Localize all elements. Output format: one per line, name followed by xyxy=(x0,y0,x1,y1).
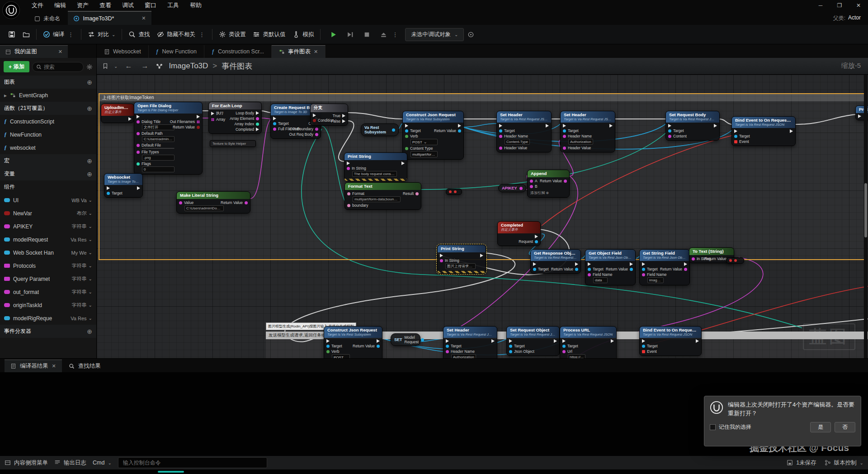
sidebar-row-apikey[interactable]: APIKEY字符串⌄ xyxy=(0,220,96,233)
pin-field[interactable]: Authorization xyxy=(451,354,476,358)
node-set-request-object[interactable]: Set Request ObjectTarget is Va Rest Requ… xyxy=(506,326,560,356)
parent-class-value[interactable]: Actor xyxy=(848,14,861,22)
expander-icon[interactable]: ▸ xyxy=(4,92,7,99)
sidebar-row-事件分发器[interactable]: 事件分发器⊕ xyxy=(0,325,96,338)
sidebar-row-newvar[interactable]: NewVar布尔⌄ xyxy=(0,207,96,220)
nav-back-icon[interactable]: ← xyxy=(123,62,134,70)
pin-in-string[interactable]: In String图片上传请求已完成 xyxy=(440,258,476,269)
pin-exec[interactable] xyxy=(734,129,750,133)
node-set-header-1[interactable]: Set HeaderTarget is Va Rest Request JSON… xyxy=(496,111,552,152)
graph-tab-new-function[interactable]: ƒNew Function xyxy=(149,45,204,58)
node-set-model-request[interactable]: SETModel Request xyxy=(391,333,420,346)
sidebar-row-宏[interactable]: 宏⊕ xyxy=(0,154,96,167)
pin-field[interactable]: POST ⌄ xyxy=(332,354,350,358)
node-websocket-call[interactable]: WebsocketTarget is Image To 3DTarget xyxy=(104,173,143,198)
minimize-button[interactable]: ─ xyxy=(811,0,830,11)
sidebar-row-ui[interactable]: UIWB Va⌄ xyxy=(0,194,96,207)
sidebar-row-eventgraph[interactable]: ▸EventGraph xyxy=(0,89,96,102)
unsaved-indicator[interactable]: 1未保存 xyxy=(787,459,816,467)
maximize-button[interactable]: ❐ xyxy=(830,0,849,11)
graph-tab-construction-scr-[interactable]: ƒConstruction Scr... xyxy=(204,45,272,58)
pin-exec[interactable] xyxy=(478,254,483,257)
pin-array-element[interactable]: Array Element xyxy=(230,116,259,121)
pin-result[interactable]: Result xyxy=(403,191,419,196)
node-varest-subsystem[interactable]: Va Rest Subsystem xyxy=(361,123,399,136)
pin-exec[interactable] xyxy=(642,262,664,266)
no-button[interactable]: 否 xyxy=(835,422,855,432)
pin-format[interactable]: Formatmultipart/form-data;boundary={boun… xyxy=(347,191,401,202)
node-print-string-2[interactable]: Print StringIn String图片上传请求已完成 xyxy=(437,245,486,274)
pin-request[interactable]: Request xyxy=(519,239,538,244)
add-button[interactable]: + 添加 xyxy=(4,61,29,72)
pin-verb[interactable]: VerbPOST ⌄ xyxy=(405,134,438,145)
pin-exec[interactable] xyxy=(563,124,593,128)
pin-exec[interactable] xyxy=(552,339,557,343)
cmd-selector[interactable]: Cmd ⌄ xyxy=(93,460,112,466)
pin-field[interactable] xyxy=(142,148,175,149)
sidebar-row-origintaskid[interactable]: originTaskId字符串⌄ xyxy=(0,299,96,312)
pin-json-object[interactable]: Json Object xyxy=(509,349,534,354)
pin-out-boundary[interactable]: Out Boundary xyxy=(290,127,318,131)
yes-button[interactable]: 是 xyxy=(810,422,831,432)
menu-item-4[interactable]: 调试 xyxy=(117,0,139,11)
pin-target[interactable]: Target xyxy=(446,344,476,348)
pin-field[interactable]: 图片上传请求已完成 xyxy=(445,263,476,269)
pin-b[interactable]: B xyxy=(530,184,537,189)
pin-return-value[interactable]: Return Value xyxy=(173,125,200,129)
pin-exec[interactable] xyxy=(562,339,585,343)
pin-exec[interactable] xyxy=(509,339,534,343)
toolbar-defaults-button[interactable]: 类默认值 xyxy=(249,28,289,41)
pin-return-value[interactable]: Return Value xyxy=(660,267,687,271)
scrollbar-thumb[interactable] xyxy=(864,183,867,237)
pin-boundary[interactable]: boundary xyxy=(347,203,401,208)
frameskip-button[interactable] xyxy=(343,28,358,41)
pin-header-value[interactable]: Header Value xyxy=(563,146,593,150)
add-pin-button[interactable]: 添加引脚 ⊕ xyxy=(528,190,569,197)
pin-return-value[interactable]: Return Value xyxy=(606,267,633,271)
pin-array[interactable]: Array xyxy=(211,117,225,122)
pin-event[interactable]: Event xyxy=(734,139,750,144)
tab-close-icon[interactable]: ✕ xyxy=(314,49,318,55)
bottom-tab-查找结果[interactable]: 查找结果 xyxy=(63,360,107,372)
pin-field-name[interactable]: Field Nameimage_token xyxy=(642,272,664,283)
node-construct-json-request[interactable]: Construct Json RequestTarget Is Va Rest … xyxy=(402,111,464,160)
pin-exec[interactable] xyxy=(533,262,548,266)
toolbar-simulate-button[interactable]: 模拟 xyxy=(289,28,317,41)
node-bind-event-1[interactable]: Bind Event to On Request CompleteTarget … xyxy=(731,116,796,146)
node-get-response-object[interactable]: Get Response ObjectTarget is Va Rest Req… xyxy=(530,249,581,274)
pin-target[interactable]: Target xyxy=(326,344,350,348)
pin-exec[interactable] xyxy=(490,339,495,343)
pin-default-path[interactable]: Default PathC:\Users\admin\Downloads xyxy=(137,131,175,142)
node-print-string-1[interactable]: Print StringIn StringThe body request co… xyxy=(344,152,407,181)
pin-value[interactable]: ValueC:\Users\admin\Downloads\cat.jpg xyxy=(179,200,224,211)
node-format-text[interactable]: Format TextFormatmultipart/form-data;bou… xyxy=(344,182,421,210)
pin-flags[interactable]: Flags0 xyxy=(137,161,175,172)
pin-target[interactable]: Target xyxy=(273,121,293,126)
tab-close-icon[interactable]: ✕ xyxy=(142,15,146,21)
pin-exec[interactable] xyxy=(608,124,613,128)
add-section-icon[interactable]: ⊕ xyxy=(87,171,92,178)
sidebar-row-组件[interactable]: 组件 xyxy=(0,180,96,194)
node-apikey-get[interactable]: APIKEY xyxy=(498,184,526,192)
pin-return-value[interactable]: Return Value xyxy=(551,267,578,271)
pin-a[interactable]: A xyxy=(530,179,537,183)
pin-exec[interactable] xyxy=(609,339,614,343)
sidebar-row-query-paramet[interactable]: Query Paramet字符串⌄ xyxy=(0,272,96,285)
pin-return-value[interactable]: Return Value xyxy=(353,344,380,348)
menu-item-0[interactable]: 文件 xyxy=(26,0,49,11)
blueprint-graph-canvas[interactable]: 蓝图 上传图片获取ImageToken图片模型生成(Rodin_API)按图片输… xyxy=(97,75,868,358)
graph-tab-事件图表[interactable]: 事件图表✕ xyxy=(272,45,326,58)
pin-header-name[interactable]: Header NameAuthorization xyxy=(563,134,593,145)
tab-close-icon[interactable]: ✕ xyxy=(52,363,56,369)
pin-in-string[interactable]: In StringThe body request construction h… xyxy=(347,166,397,177)
close-button[interactable]: ✕ xyxy=(849,0,868,11)
pin-exec[interactable] xyxy=(642,339,658,343)
pin-exec[interactable] xyxy=(326,339,350,343)
pin-target[interactable]: Target xyxy=(533,267,548,271)
toolbar-hide-button[interactable]: 隐藏不相关⋮ xyxy=(153,28,209,41)
pin-exec[interactable] xyxy=(313,114,330,117)
node-append[interactable]: AppendABReturn Value添加引脚 ⊕ xyxy=(527,170,570,198)
menu-item-3[interactable]: 查看 xyxy=(94,0,117,11)
pin-field[interactable]: The body request construction has failed… xyxy=(352,171,397,177)
eject-button[interactable] xyxy=(376,28,391,41)
